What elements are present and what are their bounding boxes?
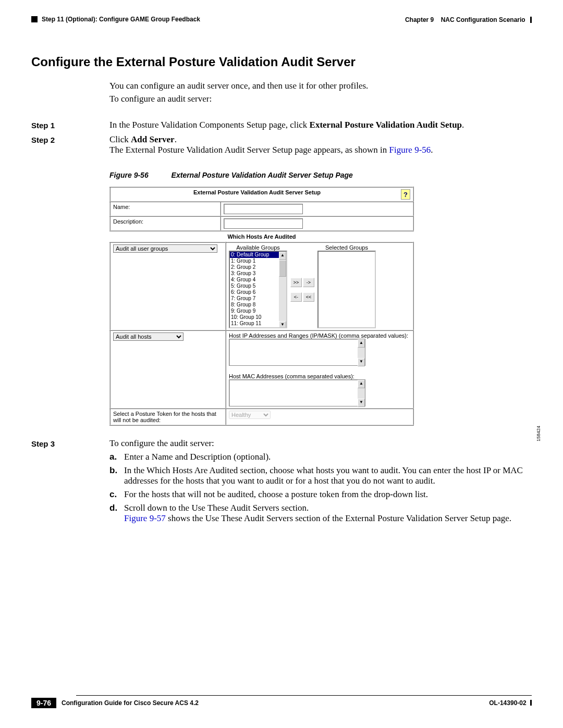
- step2-label: Step 2: [31, 134, 109, 155]
- list-item[interactable]: 1: Group 1: [230, 258, 286, 264]
- scroll-down-icon[interactable]: ▼: [279, 321, 286, 328]
- list-item[interactable]: 4: Group 4: [230, 277, 286, 283]
- step3d: Scroll down to the Use These Audit Serve…: [124, 503, 511, 524]
- description-input[interactable]: [224, 218, 303, 229]
- footer-guide: Configuration Guide for Cisco Secure ACS…: [62, 699, 199, 707]
- list-item[interactable]: 8: Group 8: [230, 302, 286, 308]
- image-id: 158424: [536, 426, 541, 441]
- list-item[interactable]: 11: Group 11: [230, 320, 286, 327]
- panel-title: External Posture Validation Audit Server…: [193, 189, 321, 195]
- step2-body: Click Add Server. The External Posture V…: [109, 134, 532, 155]
- list-item[interactable]: 5: Group 5: [230, 283, 286, 289]
- ip-label: Host IP Addresses and Ranges (IP/MASK) (…: [229, 332, 410, 339]
- token-label: Select a Posture Token for the hosts tha…: [113, 411, 216, 423]
- scroll-up-icon[interactable]: ▲: [358, 339, 365, 348]
- step3-intro: To configure the audit server:: [109, 438, 532, 449]
- add-one-button[interactable]: ->: [303, 278, 314, 287]
- page-number: 9-76: [31, 698, 56, 708]
- available-groups-listbox[interactable]: 0: Default Group1: Group 12: Group 23: G…: [229, 251, 287, 328]
- intro-line-2: To configure an audit server:: [109, 93, 532, 106]
- available-groups-label: Available Groups: [229, 244, 287, 251]
- ip-textarea[interactable]: ▲▼: [229, 339, 365, 366]
- step1-label: Step 1: [31, 120, 109, 130]
- footer-bar-icon: [530, 700, 532, 706]
- list-item[interactable]: 9: Group 9: [230, 308, 286, 314]
- list-item[interactable]: 0: Default Group: [230, 252, 286, 258]
- remove-one-button[interactable]: <-: [290, 292, 302, 302]
- section-title: Configure the External Posture Validatio…: [31, 55, 532, 69]
- page-footer: 9-76 Configuration Guide for Cisco Secur…: [31, 695, 532, 708]
- list-item[interactable]: 6: Group 6: [230, 289, 286, 295]
- name-label: Name:: [113, 204, 130, 210]
- step3a: Enter a Name and Description (optional).: [124, 452, 271, 462]
- intro-line-1: You can configure an audit server once, …: [109, 80, 532, 93]
- scrollbar[interactable]: ▲ ▼: [279, 252, 286, 327]
- embedded-screenshot: External Posture Validation Audit Server…: [109, 187, 414, 426]
- step3-label: Step 3: [31, 438, 109, 527]
- step1-body: In the Posture Validation Components Set…: [109, 120, 532, 130]
- list-item[interactable]: 10: Group 10: [230, 314, 286, 320]
- header-chapter: Chapter 9: [405, 16, 434, 23]
- figure-9-57-link[interactable]: Figure 9-57: [124, 513, 166, 523]
- list-item[interactable]: 7: Group 7: [230, 295, 286, 302]
- mac-label: Host MAC Addresses (comma separated valu…: [229, 373, 410, 379]
- which-hosts-title: Which Hosts Are Audited: [109, 231, 414, 242]
- header-chapter-title: NAC Configuration Scenario: [441, 16, 525, 23]
- scroll-up-icon[interactable]: ▲: [358, 380, 365, 388]
- mac-textarea[interactable]: ▲▼: [229, 379, 365, 406]
- scroll-up-icon[interactable]: ▲: [279, 252, 286, 260]
- scroll-down-icon[interactable]: ▼: [358, 399, 365, 407]
- page-header: Step 11 (Optional): Configure GAME Group…: [31, 16, 532, 23]
- description-label: Description:: [113, 218, 143, 225]
- list-item[interactable]: 3: Group 3: [230, 270, 286, 277]
- posture-token-select[interactable]: Healthy: [229, 411, 271, 419]
- header-left-text: Step 11 (Optional): Configure GAME Group…: [42, 16, 200, 23]
- step3b: In the Which Hosts Are Audited section, …: [124, 465, 532, 486]
- name-input[interactable]: [224, 204, 303, 214]
- remove-all-button[interactable]: <<: [303, 292, 314, 302]
- help-icon[interactable]: ?: [401, 189, 410, 200]
- scroll-thumb[interactable]: [279, 260, 286, 277]
- figure-9-56-link[interactable]: Figure 9-56: [389, 145, 431, 155]
- selected-groups-label: Selected Groups: [317, 244, 376, 251]
- scroll-down-icon[interactable]: ▼: [358, 358, 365, 366]
- header-bar-icon: [530, 17, 532, 23]
- list-item[interactable]: 2: Group 2: [230, 264, 286, 270]
- add-all-button[interactable]: >>: [290, 278, 302, 287]
- figure-caption: Figure 9-56 External Posture Validation …: [109, 171, 532, 179]
- footer-doc-id: OL-14390-02: [489, 699, 526, 707]
- selected-groups-listbox[interactable]: [317, 251, 376, 328]
- step3c: For the hosts that will not be audited, …: [124, 489, 428, 500]
- audit-hosts-select[interactable]: Audit all hosts: [113, 332, 183, 341]
- list-item[interactable]: 12: Group 12: [230, 327, 286, 328]
- audit-groups-select[interactable]: Audit all user groups: [113, 244, 217, 253]
- header-square-icon: [31, 16, 38, 22]
